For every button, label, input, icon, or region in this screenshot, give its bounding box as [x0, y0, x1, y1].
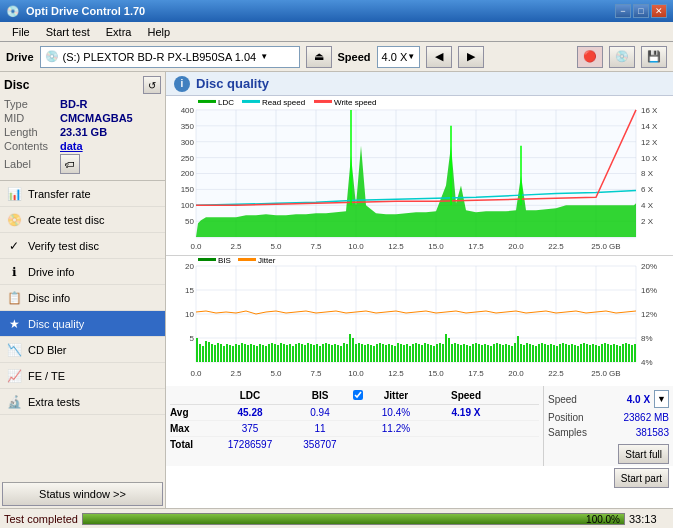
svg-rect-115	[235, 344, 237, 362]
avg-label: Avg	[170, 407, 210, 418]
speed-label: Speed	[338, 51, 371, 63]
nav-disc-info-label: Disc info	[28, 292, 70, 304]
svg-rect-225	[565, 344, 567, 362]
menu-start-test[interactable]: Start test	[38, 24, 98, 40]
svg-rect-137	[301, 344, 303, 362]
drive-select[interactable]: 💿 (S:) PLEXTOR BD-R PX-LB950SA 1.04 ▼	[40, 46, 300, 68]
svg-text:8%: 8%	[641, 334, 653, 343]
svg-rect-166	[388, 344, 390, 362]
svg-rect-127	[271, 343, 273, 362]
svg-rect-112	[226, 344, 228, 362]
svg-rect-98	[198, 258, 216, 261]
svg-rect-124	[262, 345, 264, 362]
menu-file[interactable]: File	[4, 24, 38, 40]
speed-right-button[interactable]: ▶	[458, 46, 484, 68]
speed-left-button[interactable]: ◀	[426, 46, 452, 68]
svg-rect-129	[277, 345, 279, 362]
svg-rect-172	[406, 344, 408, 362]
svg-rect-105	[205, 341, 207, 362]
svg-rect-108	[214, 345, 216, 362]
nav-cd-bler[interactable]: 📉 CD Bler	[0, 337, 165, 363]
save-button[interactable]: 💾	[641, 46, 667, 68]
svg-rect-122	[256, 346, 258, 362]
start-full-button[interactable]: Start full	[618, 444, 669, 464]
svg-rect-188	[454, 343, 456, 362]
svg-text:0.0: 0.0	[190, 369, 202, 378]
svg-text:8 X: 8 X	[641, 170, 654, 179]
svg-text:12%: 12%	[641, 310, 657, 319]
svg-text:200: 200	[181, 170, 195, 179]
disc-mid-label: MID	[4, 112, 56, 124]
cd-bler-icon: 📉	[6, 342, 22, 358]
nav-fe-te[interactable]: 📈 FE / TE	[0, 363, 165, 389]
svg-text:17.5: 17.5	[468, 369, 484, 378]
svg-rect-100	[238, 258, 256, 261]
eject-button[interactable]: ⏏	[306, 46, 332, 68]
nav-transfer-rate[interactable]: 📊 Transfer rate	[0, 181, 165, 207]
nav-extra-tests[interactable]: 🔬 Extra tests	[0, 389, 165, 415]
svg-rect-219	[547, 345, 549, 362]
speed-value: 4.0 X	[382, 51, 408, 63]
nav-drive-info[interactable]: ℹ Drive info	[0, 259, 165, 285]
svg-rect-177	[421, 345, 423, 362]
svg-text:100: 100	[181, 201, 195, 210]
svg-rect-155	[355, 344, 357, 362]
disc-contents-value[interactable]: data	[60, 140, 83, 152]
maximize-button[interactable]: □	[633, 4, 649, 18]
status-window-button[interactable]: Status window >>	[2, 482, 163, 506]
svg-rect-181	[433, 346, 435, 362]
svg-rect-163	[379, 343, 381, 362]
lower-chart-svg: 20 15 10 5 20% 16% 12% 8% 4% 0.0 2.5 5.0…	[166, 256, 673, 386]
close-button[interactable]: ✕	[651, 4, 667, 18]
menu-extra[interactable]: Extra	[98, 24, 140, 40]
disc-action-btn1[interactable]: 🔴	[577, 46, 603, 68]
svg-rect-210	[520, 344, 522, 362]
svg-rect-153	[349, 334, 351, 362]
svg-rect-139	[307, 343, 309, 362]
disc-label-button[interactable]: 🏷	[60, 154, 80, 174]
start-part-button[interactable]: Start part	[614, 468, 669, 488]
svg-text:2 X: 2 X	[641, 217, 654, 226]
svg-rect-223	[559, 344, 561, 362]
svg-rect-224	[562, 343, 564, 362]
svg-rect-54	[314, 100, 332, 103]
svg-rect-162	[376, 344, 378, 362]
nav-transfer-rate-label: Transfer rate	[28, 188, 91, 200]
svg-rect-226	[568, 345, 570, 362]
disc-refresh-button[interactable]: ↺	[143, 76, 161, 94]
svg-text:5.0: 5.0	[270, 242, 282, 251]
svg-rect-110	[220, 344, 222, 362]
svg-rect-113	[229, 345, 231, 362]
nav-disc-info[interactable]: 📋 Disc info	[0, 285, 165, 311]
svg-rect-230	[580, 344, 582, 362]
jitter-checkbox[interactable]	[353, 390, 363, 400]
avg-ldc: 45.28	[210, 407, 290, 418]
total-bis: 358707	[290, 439, 350, 450]
svg-rect-243	[619, 346, 621, 362]
speed-select[interactable]: 4.0 X ▼	[377, 46, 421, 68]
progress-text: 100.0%	[586, 514, 620, 526]
svg-rect-214	[532, 345, 534, 362]
nav-disc-quality[interactable]: ★ Disc quality	[0, 311, 165, 337]
svg-rect-111	[223, 346, 225, 362]
disc-label-row: Label 🏷	[4, 154, 161, 174]
disc-title: Disc	[4, 78, 29, 92]
nav-cd-bler-label: CD Bler	[28, 344, 67, 356]
svg-rect-120	[250, 344, 252, 362]
upper-chart-svg: 400 350 300 250 200 150 100 50 16 X 14 X…	[166, 96, 673, 255]
speed-side-value: 4.0 X	[627, 394, 650, 405]
nav-verify-test-disc[interactable]: ✓ Verify test disc	[0, 233, 165, 259]
svg-rect-195	[475, 343, 477, 362]
speed-dropdown[interactable]: ▼	[654, 390, 669, 408]
svg-rect-187	[451, 344, 453, 362]
svg-rect-109	[217, 343, 219, 362]
svg-rect-151	[343, 343, 345, 362]
minimize-button[interactable]: −	[615, 4, 631, 18]
samples-value: 381583	[636, 427, 669, 438]
disc-length-label: Length	[4, 126, 56, 138]
svg-rect-141	[313, 345, 315, 362]
svg-text:Read speed: Read speed	[262, 98, 305, 107]
menu-help[interactable]: Help	[139, 24, 178, 40]
nav-create-test-disc[interactable]: 📀 Create test disc	[0, 207, 165, 233]
disc-action-btn2[interactable]: 💿	[609, 46, 635, 68]
